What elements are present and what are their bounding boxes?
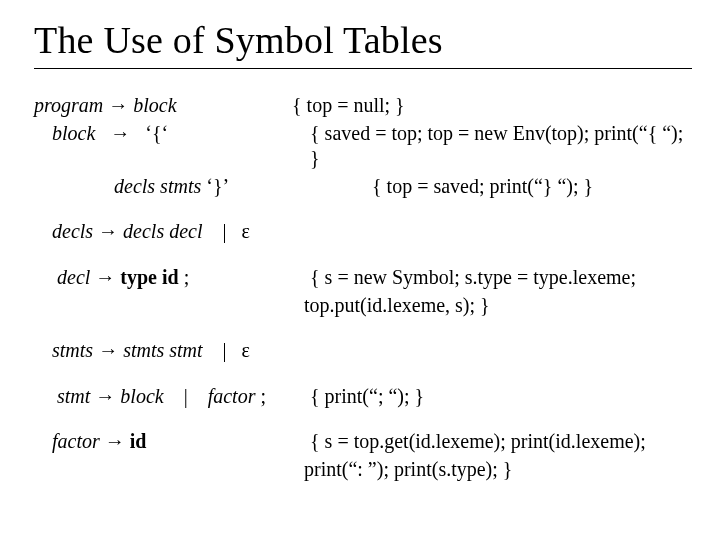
arrow: → (105, 430, 125, 452)
rule-left: decls stmts ‘}’ (34, 174, 364, 200)
rhs1: block (120, 385, 163, 407)
arrow: → (98, 220, 118, 242)
arrow: → (95, 266, 115, 288)
rule-decl-cont: top.put(id.lexeme, s); } (34, 293, 692, 319)
slide: The Use of Symbol Tables program → block… (0, 0, 720, 540)
rule-block-1: block → ‘{‘ { saved = top; top = new Env… (34, 121, 692, 172)
rule-block-2: decls stmts ‘}’ { top = saved; print(“} … (34, 174, 692, 200)
action-line2: print(“: ”); print(s.type); } (284, 457, 692, 483)
lhs: program (34, 94, 103, 116)
rhs-kw: id (130, 430, 147, 452)
rhs2: factor (208, 385, 256, 407)
lhs: decls (52, 220, 93, 242)
rule-stmts: stmts → stmts stmt | ε (34, 338, 692, 364)
rule-left: factor → id (34, 429, 302, 455)
rhs-tail: ‘}’ (201, 175, 229, 197)
rhs: stmts stmt (123, 339, 202, 361)
rule-factor-cont: print(“: ”); print(s.type); } (34, 457, 692, 483)
action: { print(“; “); } (302, 384, 692, 410)
action: { top = saved; print(“} “); } (364, 174, 692, 200)
epsilon: ε (242, 220, 250, 242)
rhs: block (133, 94, 176, 116)
action-line1: { s = top.get(id.lexeme); print(id.lexem… (302, 429, 692, 455)
rhs-kw: type id (120, 266, 178, 288)
rule-factor: factor → id { s = top.get(id.lexeme); pr… (34, 429, 692, 455)
rule-program: program → block { top = null; } (34, 93, 692, 119)
grammar-content: program → block { top = null; } block → … (34, 93, 692, 483)
rule-left: block → ‘{‘ (34, 121, 302, 147)
action: { top = null; } (284, 93, 692, 119)
rhs: decls decl (123, 220, 202, 242)
arrow: → (108, 94, 128, 116)
rule-left: stmts → stmts stmt | ε (34, 338, 302, 364)
rule-decls: decls → decls decl | ε (34, 219, 692, 245)
rhs-tail: ; (179, 266, 190, 288)
action-line1: { s = new Symbol; s.type = type.lexeme; (302, 265, 692, 291)
rhs: ‘{‘ (145, 122, 168, 144)
rule-stmt: stmt → block | factor ; { print(“; “); } (34, 384, 692, 410)
epsilon: ε (242, 339, 250, 361)
rule-decl: decl → type id ; { s = new Symbol; s.typ… (34, 265, 692, 291)
lhs: decl (57, 266, 90, 288)
rhs-pre: decls stmts (114, 175, 201, 197)
bar: | (223, 339, 227, 361)
arrow: → (95, 385, 115, 407)
lhs: stmt (57, 385, 90, 407)
action: { saved = top; top = new Env(top); print… (302, 121, 692, 172)
lhs: block (52, 122, 95, 144)
bar: | (184, 385, 188, 407)
slide-title: The Use of Symbol Tables (34, 18, 692, 69)
rule-left: decls → decls decl | ε (34, 219, 302, 245)
rule-left: stmt → block | factor ; (34, 384, 302, 410)
rule-left: decl → type id ; (34, 265, 302, 291)
arrow: → (110, 122, 130, 144)
lhs: stmts (52, 339, 93, 361)
bar: | (223, 220, 227, 242)
lhs: factor (52, 430, 100, 452)
arrow: → (98, 339, 118, 361)
rhs-tail: ; (255, 385, 266, 407)
rule-left: program → block (34, 93, 284, 119)
action-line2: top.put(id.lexeme, s); } (284, 293, 692, 319)
